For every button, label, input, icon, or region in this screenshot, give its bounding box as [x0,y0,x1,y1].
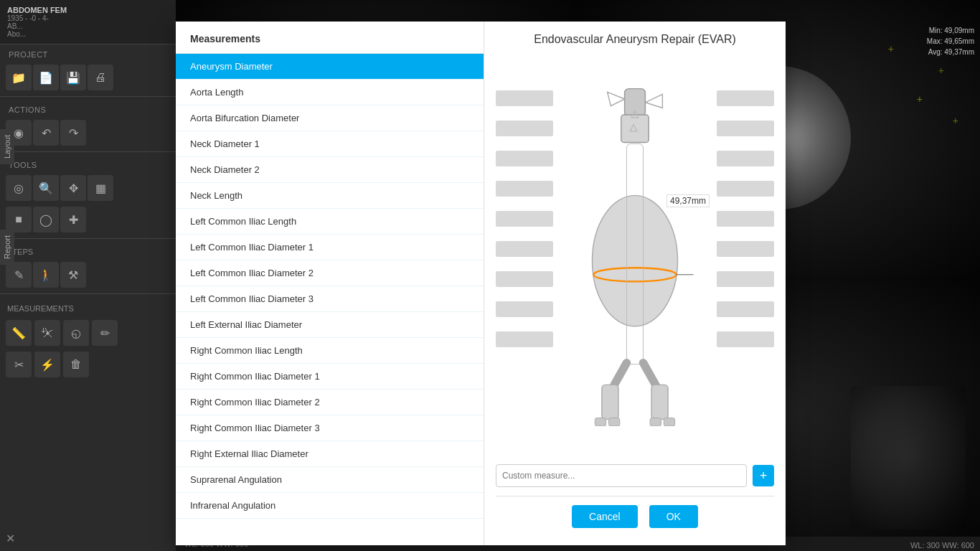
grid-btn[interactable]: ▦ [88,175,113,201]
svg-rect-9 [595,418,606,426]
measurement-item-1[interactable]: Aorta Length [176,80,484,105]
open-folder-btn[interactable]: 📁 [6,65,32,90]
measurement-item-3[interactable]: Neck Diameter 1 [176,131,484,157]
measurement-item-16[interactable]: Suprarenal Angulation [176,467,484,493]
tools2-btn[interactable]: ⚒ [60,262,86,288]
clock2-btn[interactable]: ◵ [63,320,89,346]
layout-tab[interactable]: Layout [0,129,14,164]
measurements-icons-row-2: ✂ ⚡ 🗑 [0,349,176,380]
input-box-right-8[interactable] [717,301,774,317]
dialog-footer: Cancel OK [496,496,774,534]
measurements-panel-title: Measurements [176,22,484,54]
input-box-left-2[interactable] [496,121,553,136]
inputs-left [496,90,553,453]
input-box-left-5[interactable] [496,211,553,227]
print-btn[interactable]: 🖨 [88,65,113,90]
input-box-right-5[interactable] [717,211,774,227]
steps-label: Steps [0,242,176,259]
dialog-title: Endovascular Aneurysm Repair (EVAR) [496,33,774,46]
stats-overlay: Min: 49,09mm Max: 49,65mm Avg: 49,37mm [927,25,974,57]
target-btn[interactable]: ◎ [6,175,32,201]
measurement-item-12[interactable]: Right Common Iliac Diameter 1 [176,364,484,390]
cross-marker-4: + [953,115,958,126]
lightning-btn[interactable]: ⚡ [34,352,60,377]
steps-icons-row: ✎ 🚶 ⚒ [0,259,176,291]
save-btn[interactable]: 💾 [60,65,86,90]
angle-btn[interactable]: ⏧ [34,320,60,346]
plus-btn[interactable]: ✚ [60,207,86,232]
svg-rect-11 [650,418,661,426]
measurement-item-7[interactable]: Left Common Iliac Diameter 1 [176,235,484,260]
trash-btn[interactable]: 🗑 [63,352,89,377]
cross-marker-2: + [938,65,944,76]
measurement-item-2[interactable]: Aorta Bifurcation Diameter [176,105,484,131]
measurement-item-15[interactable]: Right External Iliac Diameter [176,441,484,467]
project-subtitle3: Abo... [7,30,169,38]
wl-ww-status-right: WL: 300 WW: 600 [910,541,974,550]
input-box-left-1[interactable] [496,90,553,106]
input-box-left-3[interactable] [496,151,553,166]
custom-measure-row: + [496,458,774,493]
edit-btn[interactable]: ✎ [6,262,32,288]
input-box-right-6[interactable] [717,241,774,257]
project-subtitle2: AB... [7,22,169,30]
scissors-btn[interactable]: ✂ [6,352,32,377]
input-box-right-4[interactable] [717,181,774,197]
measurement-item-9[interactable]: Left Common Iliac Diameter 3 [176,286,484,312]
divider-3 [0,238,176,239]
measurement-item-14[interactable]: Right Common Iliac Diameter 3 [176,415,484,441]
divider-1 [0,96,176,97]
measurement-item-5[interactable]: Neck Length [176,183,484,209]
measurements-icons-row-1: 📏 ⏧ ◵ ✏ [0,317,176,349]
svg-rect-12 [664,418,674,426]
svg-rect-7 [602,385,618,419]
measurement-item-4[interactable]: Neck Diameter 2 [176,157,484,183]
pen-btn[interactable]: ✏ [92,320,118,346]
measurement-item-13[interactable]: Right Common Iliac Diameter 2 [176,390,484,415]
zoom-btn[interactable]: 🔍 [33,175,59,201]
document-btn[interactable]: 📄 [33,65,59,90]
close-button[interactable]: ✕ [6,532,15,545]
measurement-item-17[interactable]: Infrarenal Angulation [176,493,484,519]
input-box-right-7[interactable] [717,271,774,287]
svg-marker-1 [608,92,625,105]
input-box-right-3[interactable] [717,151,774,166]
svg-rect-8 [651,385,668,419]
divider-4 [0,293,176,294]
custom-measure-input[interactable] [496,464,747,487]
cancel-button[interactable]: Cancel [572,505,638,528]
layers-btn[interactable]: ■ [6,207,32,232]
move-btn[interactable]: ✥ [60,175,86,201]
ok-button[interactable]: OK [649,505,698,528]
measurement-item-10[interactable]: Left External Iliac Diameter [176,312,484,338]
report-tab[interactable]: Report [0,230,14,265]
input-box-left-7[interactable] [496,271,553,287]
add-custom-btn[interactable]: + [753,465,774,486]
svg-rect-10 [609,418,620,426]
project-label: Project [0,44,176,62]
input-box-right-9[interactable] [717,331,774,347]
measurement-item-6[interactable]: Left Common Iliac Length [176,209,484,235]
input-box-right-1[interactable] [717,90,774,106]
measurement-item-11[interactable]: Right Common Iliac Length [176,338,484,364]
measurement-item-8[interactable]: Left Common Iliac Diameter 2 [176,260,484,286]
measurements-list: Aneurysm DiameterAorta LengthAorta Bifur… [176,54,484,545]
tools-label: Tools [0,155,176,172]
person-btn[interactable]: 🚶 [33,262,59,288]
undo-btn[interactable]: ↶ [33,120,59,146]
ruler-btn[interactable]: 📏 [6,320,32,346]
input-box-left-9[interactable] [496,331,553,347]
input-box-left-4[interactable] [496,181,553,197]
divider-2 [0,151,176,152]
measurement-item-0[interactable]: Aneurysm Diameter [176,54,484,80]
measurements-label: Measurements [0,297,176,317]
redo-btn[interactable]: ↷ [60,120,86,146]
input-box-left-8[interactable] [496,301,553,317]
circle-btn[interactable]: ◯ [33,207,59,232]
evar-diagram: 49,37mm [559,55,711,453]
svg-marker-2 [645,94,662,108]
cross-marker-1: + [888,43,894,55]
input-box-right-2[interactable] [717,121,774,136]
input-box-left-6[interactable] [496,241,553,257]
dialog-right-pane: Endovascular Aneurysm Repair (EVAR) [484,22,786,545]
